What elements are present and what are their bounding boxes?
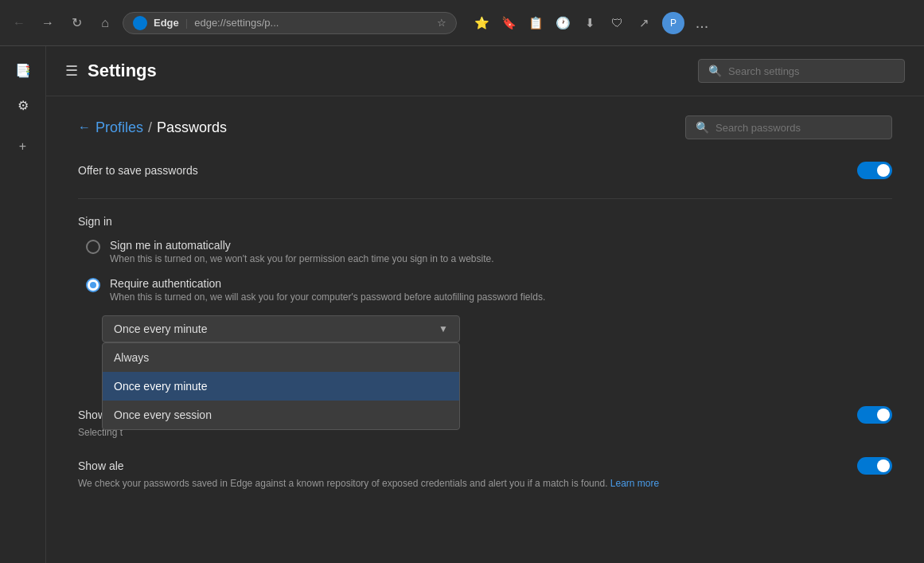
breadcrumb-back-button[interactable]: ← [78,120,91,135]
edge-logo [133,16,147,30]
dropdown-item-always[interactable]: Always [103,343,459,372]
more-button[interactable]: ... [691,12,713,34]
offer-to-save-setting: Offer to save passwords [78,162,892,179]
edge-brand: Edge [154,17,179,29]
forward-button[interactable]: → [37,12,59,34]
dropdown-item-once-every-minute[interactable]: Once every minute [103,372,459,401]
sidebar-add-button[interactable]: + [9,132,37,161]
favorites-icon[interactable]: ⭐ [470,11,493,35]
profiles-link[interactable]: Profiles [96,119,143,136]
hamburger-button[interactable]: ☰ [65,62,78,80]
toolbar-icons: ⭐ 🔖 📋 🕐 ⬇ 🛡 ↗ [470,11,656,35]
search-settings-input[interactable] [728,65,895,77]
auth-frequency-dropdown-wrapper: Once every minute ▼ Always Once every mi… [102,315,460,342]
show-alerts-toggle[interactable] [857,457,892,475]
content-area: ☰ Settings 🔍 ← Profiles / Passwords 🔍 [46,46,924,563]
sidebar: 📑 ⚙ + [0,46,46,563]
auto-sign-in-label: Sign me in automatically [110,239,494,252]
auth-frequency-dropdown-menu: Always Once every minute Once every sess… [102,342,460,430]
show-alerts-setting: Show ale We check your passwords saved i… [78,457,892,489]
offer-to-save-toggle[interactable] [857,162,892,179]
auto-sign-in-desc: When this is turned on, we won't ask you… [110,253,494,264]
chevron-down-icon: ▼ [439,323,448,334]
show-alerts-slider [857,457,892,475]
sidebar-settings-button[interactable]: ⚙ [9,91,37,119]
collections-icon[interactable]: 🔖 [497,11,520,35]
learn-more-link[interactable]: Learn more [610,478,659,489]
show-the-toggle[interactable] [857,406,892,424]
sidebar-tabs-button[interactable]: 📑 [9,56,37,84]
dropdown-item-once-every-session[interactable]: Once every session [103,401,459,429]
require-auth-desc: When this is turned on, we will ask you … [110,291,545,303]
offer-to-save-slider [857,162,892,179]
show-alerts-desc: We check your passwords saved in Edge ag… [78,478,892,489]
refresh-button[interactable]: ↻ [65,12,88,34]
address-text: edge://settings/p... [194,17,279,29]
main-layout: 📑 ⚙ + ☰ Settings 🔍 ← Profiles / [0,46,924,563]
shield-icon[interactable]: 🛡 [605,11,629,35]
sign-in-section: Sign in Sign me in automatically When th… [78,215,892,342]
show-the-slider [857,406,892,424]
star-icon[interactable]: ☆ [437,17,446,29]
settings-search-box[interactable]: 🔍 [698,59,905,83]
back-button[interactable]: ← [8,12,30,34]
auth-frequency-dropdown[interactable]: Once every minute ▼ [102,315,460,342]
history-icon[interactable]: 🕐 [551,11,575,35]
address-bar[interactable]: Edge | edge://settings/p... ☆ [123,12,457,34]
auto-sign-in-option: Sign me in automatically When this is tu… [78,239,892,264]
passwords-search-box[interactable]: 🔍 [685,115,892,139]
browser-chrome: ← → ↻ ⌂ Edge | edge://settings/p... ☆ ⭐ … [0,0,924,46]
divider-1 [78,198,892,199]
show-alerts-row: Show ale [78,457,892,475]
dropdown-selected-value: Once every minute [114,323,208,335]
breadcrumb-current: Passwords [157,119,227,136]
download-icon[interactable]: ⬇ [578,11,602,35]
settings-title-row: ☰ Settings [65,61,157,81]
offer-to-save-row: Offer to save passwords [78,162,892,179]
require-auth-label: Require authentication [110,277,545,290]
show-alerts-label: Show ale [78,459,124,472]
auto-sign-in-radio[interactable] [86,240,100,254]
home-button[interactable]: ⌂ [94,12,116,34]
offer-to-save-label: Offer to save passwords [78,164,198,177]
page-content: ← Profiles / Passwords 🔍 Offer to save p… [46,96,924,563]
breadcrumb: ← Profiles / Passwords [78,119,227,136]
tab-icon[interactable]: 📋 [524,11,548,35]
require-auth-radio[interactable] [86,278,100,292]
require-auth-content: Require authentication When this is turn… [110,277,545,303]
profile-avatar[interactable]: P [662,12,684,34]
sign-in-title: Sign in [78,215,892,228]
breadcrumb-row: ← Profiles / Passwords 🔍 [78,115,892,139]
share-icon[interactable]: ↗ [632,11,656,35]
search-icon: 🔍 [708,65,722,77]
page-title: Settings [88,61,157,81]
search-passwords-input[interactable] [715,122,882,134]
breadcrumb-separator: / [148,119,152,136]
require-auth-option: Require authentication When this is turn… [78,277,892,303]
settings-header: ☰ Settings 🔍 [46,46,924,96]
auto-sign-in-content: Sign me in automatically When this is tu… [110,239,494,264]
password-search-icon: 🔍 [696,121,709,134]
